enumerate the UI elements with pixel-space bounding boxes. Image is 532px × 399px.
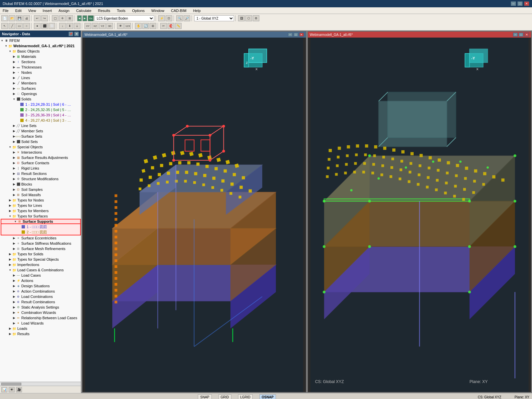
solidsets-toggle[interactable]: ▶	[12, 140, 16, 144]
coord-selector[interactable]: 1 - Global XYZ	[194, 15, 234, 21]
tb-circle[interactable]: ○	[23, 23, 30, 29]
menu-window[interactable]: Window	[150, 9, 166, 13]
structmod-toggle[interactable]: ▶	[12, 177, 16, 181]
tree-load-cases-comb[interactable]: ▾ 📁 Load Cases & Combinations	[0, 267, 81, 273]
tree-filename[interactable]: ▾ 📁 Webinarmodell_GA-1_all.rf6* | 2021	[0, 43, 81, 49]
close-button[interactable]: ✕	[524, 1, 529, 6]
vp-left-canvas[interactable]: -Y X Z	[82, 38, 306, 392]
linesets-toggle[interactable]: ▶	[12, 124, 16, 128]
tree-membersets[interactable]: ▶ ╱╱ Member Sets	[0, 128, 81, 134]
imperfections-toggle[interactable]: ▶	[8, 263, 12, 267]
tb-load-surf[interactable]: ⤓	[74, 23, 80, 29]
tree-types-solids[interactable]: ▶ 📁 Types for Solids	[0, 251, 81, 257]
tree-loads[interactable]: ▶ 📁 Loads	[0, 326, 81, 331]
tree-nodes[interactable]: ▶ • Nodes	[0, 70, 81, 75]
types-special-toggle[interactable]: ▶	[8, 257, 12, 261]
tree-members[interactable]: ▶ ╱ Members	[0, 80, 81, 86]
tb-render[interactable]: 🖼	[238, 15, 245, 21]
membersets-toggle[interactable]: ▶	[12, 129, 16, 133]
actions-toggle[interactable]: ▶	[12, 279, 16, 283]
tree-blocks[interactable]: ▶ ⬛ Blocks	[0, 182, 81, 187]
tree-types-special[interactable]: ▶ 📁 Types for Special Objects	[0, 257, 81, 262]
tree-surface-results[interactable]: ▶ ▦ Surface Results Adjustments	[0, 155, 81, 160]
surface-supports-toggle[interactable]: ▾	[13, 219, 17, 223]
minimize-button[interactable]: ─	[511, 1, 516, 6]
tree-load-wizards[interactable]: ▶ ✦ Load Wizards	[0, 321, 81, 326]
openings-toggle[interactable]: ▶	[12, 92, 16, 96]
filename-toggle[interactable]: ▾	[4, 44, 8, 48]
tree-surface-supports[interactable]: ▾ ⊞ Surface Supports	[1, 219, 81, 224]
tb-redo[interactable]: ↪	[41, 15, 48, 21]
types-nodes-toggle[interactable]: ▶	[8, 198, 12, 202]
loadwiz-toggle[interactable]: ▶	[12, 321, 16, 325]
menu-edit[interactable]: Edit	[14, 9, 23, 13]
tree-solid1[interactable]: 1 - 23,24,28-31 | Soil | 6 - Clayey san.…	[0, 102, 81, 107]
solids-toggle[interactable]: ▾	[12, 97, 16, 101]
vp-right-minimize[interactable]: ─	[513, 33, 518, 37]
tree-results[interactable]: ▶ 📁 Results	[0, 331, 81, 336]
vp-right-maximize[interactable]: □	[519, 33, 523, 37]
tree-solid3[interactable]: 3 - 25,26,36-39 | Soil | 4 - Silty sand.…	[0, 112, 81, 118]
tb-zoom-in[interactable]: 🔍	[176, 15, 183, 21]
tb-solid[interactable]: ⬜	[49, 23, 55, 29]
tb-pan[interactable]: ✋	[135, 23, 142, 29]
thicknesses-toggle[interactable]: ▶	[12, 65, 16, 69]
tree-openings[interactable]: ▶ □ Openings	[0, 91, 81, 96]
types-lines-toggle[interactable]: ▶	[8, 203, 12, 207]
tb-zoom-out[interactable]: 🔎	[184, 15, 190, 21]
tree-design-situations[interactable]: ▶ ◈ Design Situations	[0, 283, 81, 289]
surfmesh-toggle[interactable]: ▶	[12, 247, 16, 251]
vp-left-minimize[interactable]: ─	[288, 33, 293, 37]
surfeccentricity-toggle[interactable]: ▶	[12, 236, 16, 240]
menu-assign[interactable]: Assign	[57, 9, 71, 13]
tb-display[interactable]: 👁	[117, 23, 124, 29]
resultsec-toggle[interactable]: ▶	[12, 172, 16, 176]
menu-file[interactable]: File	[1, 9, 10, 13]
tb-copy[interactable]: ⊞	[66, 15, 73, 21]
loadcomb-toggle[interactable]: ▶	[12, 295, 16, 299]
tree-actions[interactable]: ▶ ⚡ Actions	[0, 278, 81, 283]
rfem-toggle[interactable]: ▾	[0, 39, 4, 43]
special-toggle[interactable]: ▾	[8, 145, 12, 149]
tree-result-sections[interactable]: ▶ ▤ Result Sections	[0, 171, 81, 176]
tree-structure-mods[interactable]: ▶ ⚙ Structure Modifications	[0, 176, 81, 182]
menu-view[interactable]: View	[27, 9, 38, 13]
tree-surface-eccentricities[interactable]: ▶ ≡ Surface Eccentricities	[0, 235, 81, 241]
lgrid-toggle[interactable]: LGRID	[238, 394, 253, 399]
tree-relationship-load[interactable]: ▶ ⇔ Relationship Between Load Cases	[0, 315, 81, 321]
tb-print[interactable]: 🖨	[23, 15, 30, 21]
members-toggle[interactable]: ▶	[12, 81, 16, 85]
designsit-toggle[interactable]: ▶	[12, 284, 16, 288]
staticanalysis-toggle[interactable]: ▶	[12, 305, 16, 309]
rigid-toggle[interactable]: ▶	[12, 166, 16, 170]
tb-line[interactable]: ╱	[9, 23, 15, 29]
lc-toggle[interactable]: ▶	[12, 273, 16, 277]
tree-load-combinations[interactable]: ▶ ⊕ Load Combinations	[0, 294, 81, 299]
tb-fit[interactable]: ⊞	[150, 23, 156, 29]
tree-load-cases[interactable]: ▶ — Load Cases	[0, 273, 81, 278]
actioncomb-toggle[interactable]: ▶	[12, 289, 16, 293]
tree-surfacesets[interactable]: ▶ ▭▭ Surface Sets	[0, 134, 81, 139]
tb-mesh[interactable]: ⊡	[166, 15, 172, 21]
tree-soil-samples[interactable]: ▶ ⊡ Soil Samples	[0, 187, 81, 192]
types-solids-toggle[interactable]: ▶	[8, 252, 12, 256]
relation-toggle[interactable]: ▶	[12, 316, 16, 320]
tree-linesets[interactable]: ▶ ╱╱ Line Sets	[0, 123, 81, 128]
tree-types-surfaces[interactable]: ▾ 📁 Types for Surfaces	[0, 213, 81, 219]
tb-calc[interactable]: ⚡	[158, 15, 165, 21]
tree-basic-objects[interactable]: ▾ 📁 Basic Objects	[0, 49, 81, 54]
tree-solid4[interactable]: 4 - 26,27,40-43 | Soil | 3 - Kies, tonig…	[0, 118, 81, 123]
snap-toggle[interactable]: SNAP	[198, 394, 211, 399]
osnap-toggle[interactable]: OSNAP	[259, 394, 276, 399]
menu-tools[interactable]: Tools	[115, 9, 127, 13]
tree-solidsets[interactable]: ▶ ⬛ Solid Sets	[0, 139, 81, 144]
nav-horizontal-scrollbar[interactable]	[0, 382, 81, 386]
tb-rotate[interactable]: 🔄	[142, 23, 149, 29]
tb-select[interactable]: ▢	[52, 15, 59, 21]
menu-insert[interactable]: Insert	[41, 9, 53, 13]
tree-solids[interactable]: ▾ ⬛ Solids	[0, 96, 81, 102]
tb-view-top[interactable]: XY	[84, 23, 91, 29]
tree-special-objects[interactable]: ▾ 📁 Special Objects	[0, 144, 81, 150]
tb-options[interactable]: ⚙	[253, 15, 259, 21]
materials-toggle[interactable]: ▶	[12, 55, 16, 59]
